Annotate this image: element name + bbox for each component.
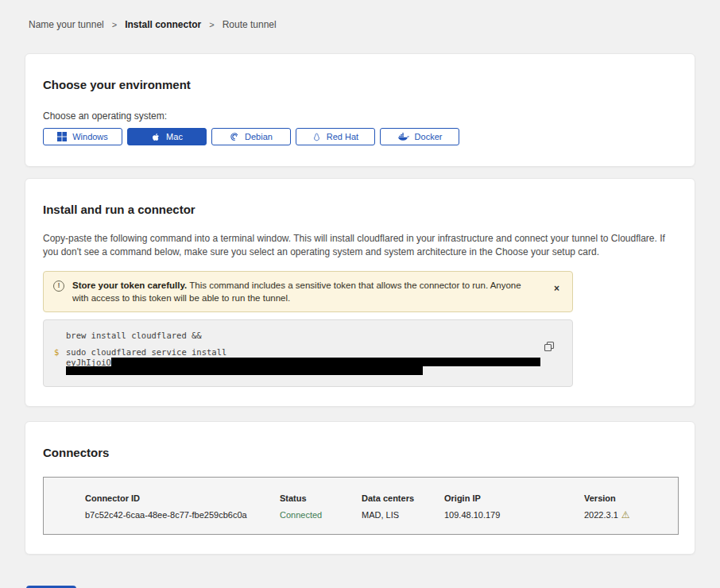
column-header-status: Status bbox=[280, 493, 362, 503]
close-icon[interactable]: × bbox=[552, 284, 561, 293]
os-button-redhat[interactable]: Red Hat bbox=[296, 128, 375, 145]
windows-icon bbox=[57, 132, 67, 141]
connector-origin-ip-value: 109.48.10.179 bbox=[444, 510, 584, 520]
column-header-data-centers: Data centers bbox=[362, 493, 444, 503]
breadcrumb-route-tunnel[interactable]: Route tunnel bbox=[223, 19, 277, 30]
terminal-run-line: $ sudo cloudflared service install bbox=[66, 347, 561, 357]
terminal-command-block: brew install cloudflared && $ sudo cloud… bbox=[43, 319, 573, 387]
os-select-label: Choose an operating system: bbox=[43, 110, 677, 122]
choose-environment-card: Choose your environment Choose an operat… bbox=[25, 53, 695, 167]
redacted-token-bar bbox=[111, 358, 540, 366]
os-button-label: Mac bbox=[166, 132, 183, 141]
connector-data-centers-value: MAD, LIS bbox=[362, 510, 444, 520]
apple-icon bbox=[151, 132, 161, 142]
redhat-icon bbox=[312, 132, 321, 142]
connectors-table: Connector ID Status Data centers Origin … bbox=[43, 477, 679, 535]
token-prefix: eyJhIjoiO bbox=[66, 358, 111, 367]
os-button-row: Windows Mac Debian Red Hat Docker bbox=[43, 128, 677, 145]
connectors-card: Connectors Connector ID Status Data cent… bbox=[25, 421, 695, 555]
terminal-token-line: eyJhIjoiO bbox=[66, 358, 561, 366]
install-card-title: Install and run a connector bbox=[43, 203, 677, 216]
os-button-label: Docker bbox=[415, 132, 443, 141]
docker-icon bbox=[397, 132, 409, 141]
copy-icon[interactable] bbox=[544, 341, 555, 354]
os-button-label: Debian bbox=[245, 132, 273, 141]
os-button-docker[interactable]: Docker bbox=[380, 128, 459, 145]
token-warning-text: Store your token carefully. This command… bbox=[72, 279, 540, 304]
breadcrumb-name-your-tunnel[interactable]: Name your tunnel bbox=[29, 19, 104, 30]
breadcrumb-separator: > bbox=[209, 20, 214, 29]
terminal-run-command: sudo cloudflared service install bbox=[66, 347, 226, 357]
column-header-connector-id: Connector ID bbox=[85, 493, 280, 503]
breadcrumb: Name your tunnel > Install connector > R… bbox=[0, 0, 720, 30]
install-card-description: Copy-paste the following command into a … bbox=[43, 232, 677, 259]
debian-icon bbox=[230, 132, 239, 141]
token-warning-title: Store your token carefully. bbox=[72, 280, 187, 290]
environment-card-title: Choose your environment bbox=[43, 78, 677, 91]
terminal-install-line: brew install cloudflared && bbox=[66, 331, 561, 340]
connector-version-value: 2022.3.1 ⚠ bbox=[584, 510, 670, 520]
connector-id-value: b7c52c42-6caa-48ee-8c77-fbe259cb6c0a bbox=[85, 510, 280, 520]
column-header-origin-ip: Origin IP bbox=[444, 493, 584, 503]
os-button-label: Red Hat bbox=[327, 132, 358, 141]
os-button-mac[interactable]: Mac bbox=[127, 128, 207, 145]
terminal-prompt: $ bbox=[54, 347, 59, 357]
breadcrumb-separator: > bbox=[112, 20, 117, 29]
install-connector-card: Install and run a connector Copy-paste t… bbox=[25, 178, 695, 407]
alert-circle-icon: ! bbox=[53, 280, 64, 292]
token-warning-banner: ! Store your token carefully. This comma… bbox=[43, 271, 573, 312]
os-button-windows[interactable]: Windows bbox=[43, 128, 122, 145]
connectors-card-title: Connectors bbox=[43, 446, 677, 459]
connector-status-value: Connected bbox=[280, 510, 362, 520]
version-number: 2022.3.1 bbox=[584, 510, 618, 520]
os-button-debian[interactable]: Debian bbox=[211, 128, 291, 145]
os-button-label: Windows bbox=[72, 132, 108, 141]
column-header-version: Version bbox=[584, 493, 670, 503]
breadcrumb-install-connector[interactable]: Install connector bbox=[125, 19, 201, 30]
redacted-token-bar bbox=[66, 366, 423, 375]
version-warning-icon: ⚠ bbox=[621, 511, 630, 520]
